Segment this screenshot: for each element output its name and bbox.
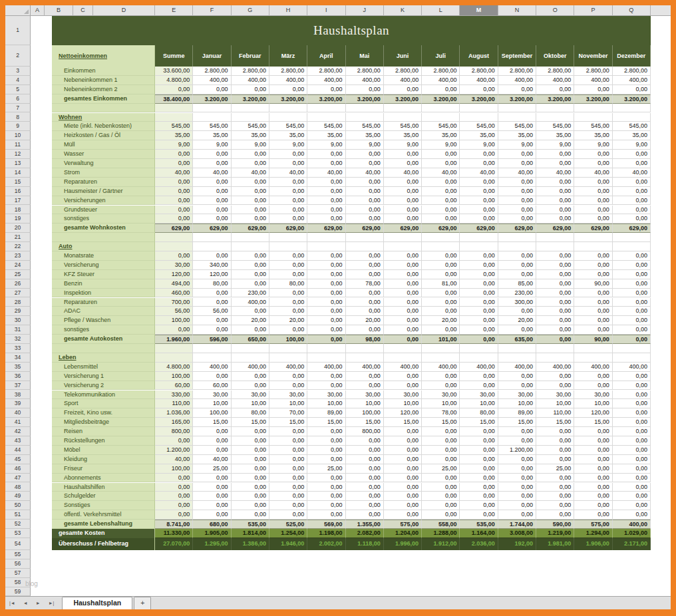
cell-r18-dezember[interactable]: 0,00 xyxy=(613,206,651,215)
cell-r29-märz[interactable]: 0,00 xyxy=(269,307,307,316)
row-header-37[interactable]: 37 xyxy=(5,381,31,390)
cell-r36-juni[interactable]: 0,00 xyxy=(384,372,422,381)
cell-r24-juni[interactable]: 0,00 xyxy=(384,261,422,270)
cell-r8-dezember[interactable] xyxy=(613,113,651,122)
cell-r39-august[interactable]: 10,00 xyxy=(460,399,498,408)
cell-r45-juni[interactable]: 0,00 xyxy=(384,455,422,464)
cell-r7-april[interactable] xyxy=(307,104,345,113)
cell-r18-juni[interactable]: 0,00 xyxy=(384,206,422,215)
cell-r37-juni[interactable]: 0,00 xyxy=(384,381,422,390)
cell-r31-summe[interactable]: 0,00 xyxy=(155,325,193,335)
cell-r32-mai[interactable]: 98,00 xyxy=(346,335,384,344)
cell-r12-februar[interactable]: 0,00 xyxy=(232,150,269,159)
cell-r46-september[interactable]: 0,00 xyxy=(498,464,536,474)
row-header-53[interactable]: 53 xyxy=(5,529,31,538)
cell-r50-oktober[interactable]: 0,00 xyxy=(536,501,574,510)
row-label-15[interactable]: Reparaturen xyxy=(52,178,155,187)
cell-r4-september[interactable]: 400,00 xyxy=(498,76,536,85)
cell-r49-november[interactable]: 0,00 xyxy=(574,492,612,501)
cell-r38-juni[interactable]: 30,00 xyxy=(384,390,422,400)
cell-r22-september[interactable] xyxy=(498,242,536,251)
cell-r17-dezember[interactable]: 0,00 xyxy=(613,196,651,206)
cell-r40-summe[interactable]: 1.036,00 xyxy=(155,408,193,418)
cell-r12-oktober[interactable]: 0,00 xyxy=(536,150,574,159)
row-label-3[interactable]: Einkommen xyxy=(52,67,155,76)
cell-r53-summe[interactable]: 11.330,00 xyxy=(155,529,193,538)
row-header-24[interactable]: 24 xyxy=(5,261,31,270)
cell-r25-august[interactable]: 0,00 xyxy=(460,270,498,279)
row-label-39[interactable]: Sport xyxy=(52,399,155,408)
row-label-31[interactable]: sonstiges xyxy=(52,325,155,335)
cell-r11-oktober[interactable]: 9,00 xyxy=(536,140,574,150)
column-header-dezember[interactable]: Dezember xyxy=(613,45,651,67)
cell-r44-juni[interactable]: 0,00 xyxy=(384,446,422,455)
row-header-50[interactable]: 50 xyxy=(5,501,31,510)
row-header-46[interactable]: 46 xyxy=(5,464,31,474)
column-header-september[interactable]: September xyxy=(498,45,536,67)
cell-r11-september[interactable]: 9,00 xyxy=(498,140,536,150)
cell-r44-april[interactable]: 0,00 xyxy=(307,446,345,455)
cell-r25-mai[interactable]: 0,00 xyxy=(346,270,384,279)
cell-r37-oktober[interactable]: 0,00 xyxy=(536,381,574,390)
cell-r24-mai[interactable]: 0,00 xyxy=(346,261,384,270)
cell-r51-märz[interactable]: 0,00 xyxy=(269,510,307,520)
row-header-16[interactable]: 16 xyxy=(5,187,31,196)
cell-r42-august[interactable]: 0,00 xyxy=(460,427,498,436)
cell-r19-september[interactable]: 0,00 xyxy=(498,214,536,224)
cell-r34-dezember[interactable] xyxy=(613,353,651,363)
cell-r45-april[interactable]: 0,00 xyxy=(307,455,345,464)
cell-r31-september[interactable]: 0,00 xyxy=(498,325,536,335)
cell-r16-dezember[interactable]: 0,00 xyxy=(613,187,651,196)
cell-r3-oktober[interactable]: 2.800,00 xyxy=(536,67,574,76)
cell-r42-november[interactable]: 0,00 xyxy=(574,427,612,436)
cell-r16-april[interactable]: 0,00 xyxy=(307,187,345,196)
cell-r50-juni[interactable]: 0,00 xyxy=(384,501,422,510)
cell-r28-september[interactable]: 300,00 xyxy=(498,298,536,307)
cell-r30-august[interactable]: 0,00 xyxy=(460,316,498,325)
cell-r46-juli[interactable]: 25,00 xyxy=(422,464,460,474)
cell-r11-märz[interactable]: 9,00 xyxy=(269,140,307,150)
cell-r28-februar[interactable]: 400,00 xyxy=(232,298,269,307)
cell-r10-märz[interactable]: 35,00 xyxy=(269,131,307,140)
cell-r42-oktober[interactable]: 0,00 xyxy=(536,427,574,436)
cell-r32-summe[interactable]: 1.960,00 xyxy=(155,335,193,344)
cell-r41-dezember[interactable]: 0,00 xyxy=(613,418,651,427)
row-header-1[interactable]: 1 xyxy=(5,16,31,45)
cell-r48-november[interactable]: 0,00 xyxy=(574,483,612,492)
cell-r12-august[interactable]: 0,00 xyxy=(460,150,498,159)
cell-r28-dezember[interactable]: 0,00 xyxy=(613,298,651,307)
row-label-16[interactable]: Hausmeister / Gärtner xyxy=(52,187,155,196)
cell-r12-summe[interactable]: 0,00 xyxy=(155,150,193,159)
cell-r25-märz[interactable]: 0,00 xyxy=(269,270,307,279)
cell-r18-märz[interactable]: 0,00 xyxy=(269,206,307,215)
cell-r4-dezember[interactable]: 400,00 xyxy=(613,76,651,85)
cell-r42-september[interactable]: 0,00 xyxy=(498,427,536,436)
cell-r31-januar[interactable]: 0,00 xyxy=(193,325,231,335)
cell-r16-januar[interactable]: 0,00 xyxy=(193,187,231,196)
row-header-33[interactable]: 33 xyxy=(5,344,31,353)
cell-r38-dezember[interactable]: 0,00 xyxy=(613,390,651,400)
cell-r51-januar[interactable]: 0,00 xyxy=(193,510,231,520)
row-label-36[interactable]: Versicherung 1 xyxy=(52,372,155,381)
row-label-51[interactable]: öffentl. Verkehrsmittel xyxy=(52,510,155,520)
cell-r47-februar[interactable]: 0,00 xyxy=(232,474,269,483)
cell-r14-august[interactable]: 40,00 xyxy=(460,168,498,178)
cell-r46-august[interactable]: 0,00 xyxy=(460,464,498,474)
cell-r15-juni[interactable]: 0,00 xyxy=(384,178,422,187)
cell-r26-summe[interactable]: 494,00 xyxy=(155,279,193,289)
cell-r32-februar[interactable]: 650,00 xyxy=(232,335,269,344)
cell-r31-august[interactable]: 0,00 xyxy=(460,325,498,335)
cell-r24-august[interactable]: 0,00 xyxy=(460,261,498,270)
cell-r53-märz[interactable]: 1.254,00 xyxy=(269,529,307,538)
row-label-12[interactable]: Wasser xyxy=(52,150,155,159)
cell-r53-november[interactable]: 1.294,00 xyxy=(574,529,612,538)
cell-r41-mai[interactable]: 15,00 xyxy=(346,418,384,427)
cell-r30-november[interactable]: 0,00 xyxy=(574,316,612,325)
row-header-20[interactable]: 20 xyxy=(5,224,31,233)
cell-r11-juli[interactable]: 9,00 xyxy=(422,140,460,150)
cell-r30-oktober[interactable]: 0,00 xyxy=(536,316,574,325)
cell-r50-januar[interactable]: 0,00 xyxy=(193,501,231,510)
cell-r12-dezember[interactable]: 0,00 xyxy=(613,150,651,159)
sheet-tab-haushaltsplan[interactable]: Haushaltsplan xyxy=(62,597,132,609)
cell-r49-september[interactable]: 0,00 xyxy=(498,492,536,501)
